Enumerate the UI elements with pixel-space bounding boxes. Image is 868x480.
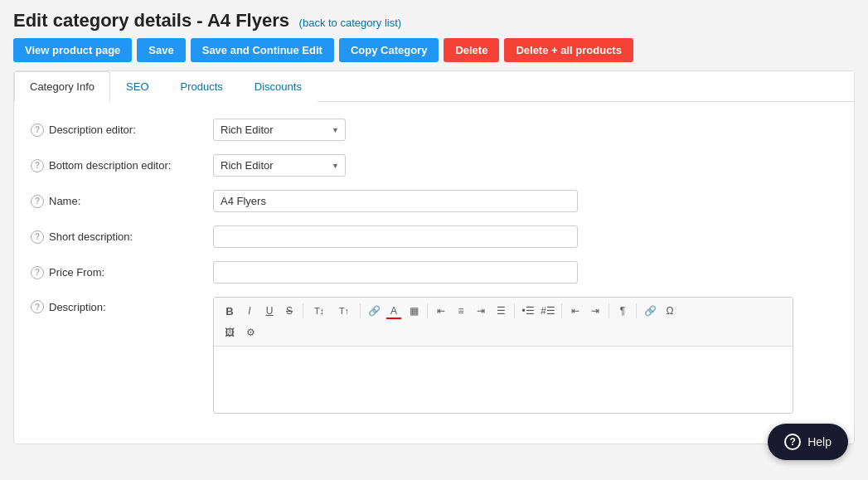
toolbar-indent-button[interactable]: ⇥ <box>586 302 604 320</box>
name-help-icon[interactable]: ? <box>31 195 44 208</box>
tab-seo[interactable]: SEO <box>110 71 164 102</box>
toolbar-align-justify-button[interactable]: ☰ <box>492 302 510 320</box>
back-to-list-link[interactable]: (back to category list) <box>299 17 402 29</box>
toolbar-sep-4 <box>514 303 515 318</box>
description-editor-select-wrapper: Rich Editor Plain Text HTML <box>213 119 346 141</box>
bottom-description-editor-select-wrapper: Rich Editor Plain Text HTML <box>213 154 346 177</box>
toolbar-align-right-button[interactable]: ⇥ <box>472 302 490 320</box>
tab-bar: Category Info SEO Products Discounts <box>14 71 854 102</box>
bottom-description-editor-label: ? Bottom description editor: <box>31 159 213 172</box>
toolbar-row-2: 🖼 ⚙ <box>221 323 786 342</box>
toolbar-sep-2 <box>360 303 361 318</box>
description-editor-help-icon[interactable]: ? <box>31 124 44 137</box>
toolbar-sep-3 <box>427 303 428 318</box>
description-help-icon[interactable]: ? <box>31 300 44 313</box>
view-product-page-button[interactable]: View product page <box>13 38 132 62</box>
description-editor-select[interactable]: Rich Editor Plain Text HTML <box>213 119 346 141</box>
category-info-tab-content: ? Description editor: Rich Editor Plain … <box>14 102 854 444</box>
toolbar-sep-6 <box>609 303 609 318</box>
description-editor-row: ? Description editor: Rich Editor Plain … <box>31 119 837 141</box>
toolbar-sep-1 <box>303 303 303 318</box>
toolbar-font-size-button[interactable]: T↕ <box>308 302 331 320</box>
toolbar-highlight-color-button[interactable]: A <box>385 302 403 320</box>
name-input[interactable] <box>213 190 578 212</box>
toolbar-font-size-alt-button[interactable]: T↑ <box>332 302 356 320</box>
toolbar-italic-button[interactable]: I <box>240 302 259 320</box>
toolbar-settings-button[interactable]: ⚙ <box>242 323 260 342</box>
editor-toolbar: B I U S T↕ T↑ 🔗 A ▦ ⇤ ≡ ⇥ <box>214 298 793 347</box>
toolbar-outdent-button[interactable]: ⇤ <box>566 302 584 320</box>
bottom-description-editor-row: ? Bottom description editor: Rich Editor… <box>31 154 837 177</box>
save-button[interactable]: Save <box>137 38 185 62</box>
delete-button[interactable]: Delete <box>444 38 499 62</box>
delete-all-products-button[interactable]: Delete + all products <box>504 38 633 62</box>
toolbar-sep-5 <box>561 303 562 318</box>
price-from-label: ? Price From: <box>31 266 213 279</box>
tab-products[interactable]: Products <box>165 71 239 102</box>
description-editor-label: ? Description editor: <box>31 124 213 137</box>
help-fab-icon: ? <box>784 434 801 450</box>
toolbar-special-char-button[interactable]: Ω <box>661 302 679 320</box>
description-rich-editor: B I U S T↕ T↑ 🔗 A ▦ ⇤ ≡ ⇥ <box>213 297 793 414</box>
toolbar-list-bullet-button[interactable]: •☰ <box>519 302 537 320</box>
action-toolbar: View product page Save Save and Continue… <box>13 38 855 62</box>
toolbar-unlink-button[interactable]: 🔗 <box>641 302 659 320</box>
toolbar-align-center-button[interactable]: ≡ <box>452 302 470 320</box>
copy-category-button[interactable]: Copy Category <box>339 38 439 62</box>
bottom-description-editor-select[interactable]: Rich Editor Plain Text HTML <box>213 154 346 177</box>
short-description-help-icon[interactable]: ? <box>31 230 44 244</box>
bottom-description-editor-help-icon[interactable]: ? <box>31 159 44 172</box>
toolbar-paragraph-button[interactable]: ¶ <box>613 302 632 320</box>
short-description-input[interactable] <box>213 225 578 248</box>
short-description-label: ? Short description: <box>31 230 213 244</box>
toolbar-align-left-button[interactable]: ⇤ <box>432 302 450 320</box>
price-from-help-icon[interactable]: ? <box>31 266 44 279</box>
help-fab-label: Help <box>807 435 832 448</box>
name-label: ? Name: <box>31 195 213 208</box>
name-row: ? Name: <box>31 190 837 212</box>
toolbar-bold-button[interactable]: B <box>221 302 239 320</box>
toolbar-highlight-button[interactable]: ▦ <box>405 302 423 320</box>
toolbar-strikethrough-button[interactable]: S <box>280 302 298 320</box>
price-from-input[interactable] <box>213 261 578 284</box>
tab-category-info[interactable]: Category Info <box>14 71 110 102</box>
main-panel: Category Info SEO Products Discounts ? D… <box>13 70 855 444</box>
description-row: ? Description: B I U S T↕ T↑ 🔗 A <box>31 297 837 414</box>
toolbar-list-number-button[interactable]: #☰ <box>539 302 557 320</box>
toolbar-underline-button[interactable]: U <box>260 302 279 320</box>
help-fab[interactable]: ? Help <box>768 424 848 460</box>
description-editor-content[interactable] <box>214 347 793 413</box>
toolbar-link-button[interactable]: 🔗 <box>365 302 383 320</box>
toolbar-sep-7 <box>636 303 637 318</box>
description-label: ? Description: <box>31 300 213 313</box>
short-description-row: ? Short description: <box>31 225 837 248</box>
toolbar-image-button[interactable]: 🖼 <box>221 323 239 342</box>
tab-discounts[interactable]: Discounts <box>239 71 318 102</box>
save-and-continue-button[interactable]: Save and Continue Edit <box>191 38 334 62</box>
page-title: Edit category details - A4 Flyers <box>13 10 289 31</box>
price-from-row: ? Price From: <box>31 261 837 284</box>
